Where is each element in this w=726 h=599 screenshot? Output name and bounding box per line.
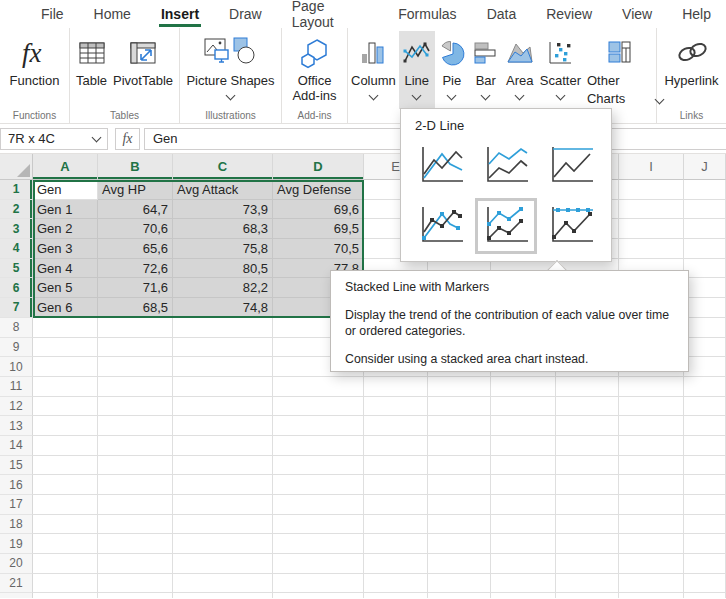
cell-C14[interactable] [173, 436, 273, 456]
cell-J8[interactable] [684, 318, 726, 338]
cell-D3[interactable]: 69,5 [273, 219, 364, 239]
cell-A4[interactable]: Gen 3 [33, 239, 98, 259]
chevron-down-icon[interactable] [481, 91, 491, 101]
bar-chart-button[interactable]: Bar [469, 31, 503, 109]
cell-D15[interactable] [273, 456, 364, 476]
cell-J20[interactable] [684, 554, 726, 574]
cell-C16[interactable] [173, 475, 273, 495]
column-header-A[interactable]: A [33, 154, 98, 180]
cell-I16[interactable] [619, 475, 684, 495]
cell-J13[interactable] [684, 416, 726, 436]
cell-H14[interactable] [556, 436, 619, 456]
cell-F13[interactable] [428, 416, 491, 436]
cell-F22[interactable] [428, 593, 491, 598]
cell-B10[interactable] [98, 357, 173, 377]
pie-chart-button[interactable]: Pie [435, 31, 469, 109]
tab-home[interactable]: Home [79, 0, 146, 28]
cell-D14[interactable] [273, 436, 364, 456]
tab-draw[interactable]: Draw [214, 0, 277, 28]
cell-B2[interactable]: 64,7 [98, 200, 173, 220]
row-header-10[interactable]: 10 [0, 357, 33, 377]
cell-J1[interactable] [684, 180, 726, 200]
cell-I19[interactable] [619, 534, 684, 554]
cell-B11[interactable] [98, 377, 173, 397]
cell-G16[interactable] [491, 475, 556, 495]
cell-F14[interactable] [428, 436, 491, 456]
row-header-8[interactable]: 8 [0, 318, 33, 338]
cell-J19[interactable] [684, 534, 726, 554]
tab-page-layout[interactable]: Page Layout [277, 0, 384, 28]
cell-B16[interactable] [98, 475, 173, 495]
cell-B15[interactable] [98, 456, 173, 476]
row-header-21[interactable]: 21 [0, 574, 33, 594]
row-header-6[interactable]: 6 [0, 278, 33, 298]
cell-J16[interactable] [684, 475, 726, 495]
cell-H16[interactable] [556, 475, 619, 495]
cell-G13[interactable] [491, 416, 556, 436]
cell-C17[interactable] [173, 495, 273, 515]
row-header-11[interactable]: 11 [0, 377, 33, 397]
cell-B6[interactable]: 71,6 [98, 278, 173, 298]
cell-I20[interactable] [619, 554, 684, 574]
cell-D21[interactable] [273, 574, 364, 594]
cell-E11[interactable] [364, 377, 428, 397]
cell-A3[interactable]: Gen 2 [33, 219, 98, 239]
line-chart-button[interactable]: Line [399, 31, 435, 109]
cell-A18[interactable] [33, 515, 98, 535]
cell-B8[interactable] [98, 318, 173, 338]
cell-F12[interactable] [428, 397, 491, 417]
cell-A1[interactable]: Gen [33, 180, 98, 200]
cell-A7[interactable]: Gen 6 [33, 298, 98, 318]
tab-view[interactable]: View [607, 0, 667, 28]
cell-J22[interactable] [684, 593, 726, 598]
cell-C8[interactable] [173, 318, 273, 338]
row-header-12[interactable]: 12 [0, 397, 33, 417]
cell-C2[interactable]: 73,9 [173, 200, 273, 220]
chevron-down-icon[interactable] [226, 91, 236, 101]
other-charts-button[interactable]: Other Charts [584, 31, 656, 109]
cell-I13[interactable] [619, 416, 684, 436]
cell-C15[interactable] [173, 456, 273, 476]
cell-A22[interactable] [33, 593, 98, 598]
row-header-17[interactable]: 17 [0, 495, 33, 515]
function-button[interactable]: fx Function [7, 31, 63, 109]
cell-A5[interactable]: Gen 4 [33, 259, 98, 279]
chevron-down-icon[interactable] [412, 91, 422, 101]
row-header-2[interactable]: 2 [0, 200, 33, 220]
tab-file[interactable]: File [26, 0, 79, 28]
cell-C13[interactable] [173, 416, 273, 436]
cell-F19[interactable] [428, 534, 491, 554]
cell-J10[interactable] [684, 357, 726, 377]
cell-A9[interactable] [33, 338, 98, 358]
cell-J11[interactable] [684, 377, 726, 397]
cell-C7[interactable]: 74,8 [173, 298, 273, 318]
cell-C1[interactable]: Avg Attack [173, 180, 273, 200]
cell-J2[interactable] [684, 200, 726, 220]
cell-F18[interactable] [428, 515, 491, 535]
cell-A20[interactable] [33, 554, 98, 574]
cell-I15[interactable] [619, 456, 684, 476]
row-header-14[interactable]: 14 [0, 436, 33, 456]
cell-G21[interactable] [491, 574, 556, 594]
hyperlink-button[interactable]: Hyperlink [661, 31, 721, 109]
row-header-20[interactable]: 20 [0, 554, 33, 574]
tab-help[interactable]: Help [667, 0, 726, 28]
cell-B7[interactable]: 68,5 [98, 298, 173, 318]
cell-G22[interactable] [491, 593, 556, 598]
chart-option-100-stacked-line-with-markers[interactable] [540, 198, 602, 254]
cell-J7[interactable] [684, 298, 726, 318]
row-header-19[interactable]: 19 [0, 534, 33, 554]
cell-I22[interactable] [619, 593, 684, 598]
cell-D4[interactable]: 70,5 [273, 239, 364, 259]
cell-G19[interactable] [491, 534, 556, 554]
cell-E18[interactable] [364, 515, 428, 535]
cell-C22[interactable] [173, 593, 273, 598]
row-header-1[interactable]: 1 [0, 180, 33, 200]
cell-C6[interactable]: 82,2 [173, 278, 273, 298]
cell-C20[interactable] [173, 554, 273, 574]
row-header-22[interactable] [0, 593, 33, 598]
row-header-7[interactable]: 7 [0, 298, 33, 318]
cell-B18[interactable] [98, 515, 173, 535]
cell-J4[interactable] [684, 239, 726, 259]
cell-B5[interactable]: 72,6 [98, 259, 173, 279]
